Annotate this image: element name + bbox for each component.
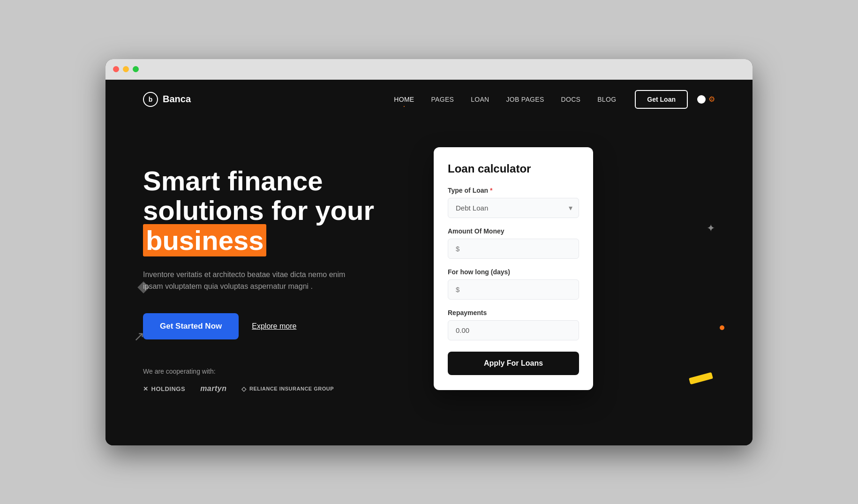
maximize-button[interactable] [133, 66, 139, 72]
browser-window: b Banca HOME PAGES LOAN JOB PAGES DOC [105, 59, 753, 445]
logo: b Banca [143, 92, 191, 107]
nav-link-blog[interactable]: BLOG [597, 96, 616, 103]
nav-item-pages[interactable]: PAGES [431, 95, 454, 104]
duration-input[interactable] [448, 279, 579, 300]
loan-type-select[interactable]: Debt LoanPersonal LoanBusiness LoanMortg… [448, 198, 579, 218]
amount-group: Amount Of Money [448, 227, 579, 259]
yellow-stroke-decoration [689, 372, 713, 384]
apply-for-loans-button[interactable]: Apply For Loans [448, 352, 579, 375]
cooperating-label: We are cooperating with: [143, 368, 434, 375]
get-started-button[interactable]: Get Started Now [143, 313, 239, 339]
nav-link-loan[interactable]: LOAN [471, 96, 489, 103]
arrow-decoration: ↗ [134, 329, 144, 344]
amount-label: Amount Of Money [448, 227, 579, 235]
website-content: b Banca HOME PAGES LOAN JOB PAGES DOC [105, 80, 753, 445]
holdings-icon: ✕ [143, 385, 149, 392]
loan-type-select-wrapper: Debt LoanPersonal LoanBusiness LoanMortg… [448, 198, 579, 218]
required-star: * [490, 187, 492, 194]
nav-item-docs[interactable]: DOCS [561, 95, 581, 104]
nav-item-job-pages[interactable]: JOB PAGES [506, 95, 544, 104]
partner-reliance: ◇ RELIANCE INSURANCE GROUP [241, 385, 334, 392]
repayments-label: Repayments [448, 309, 579, 316]
amount-input[interactable] [448, 239, 579, 259]
loan-calculator-card: Loan calculator Type of Loan * Debt Loan… [434, 147, 593, 390]
hero-title-line2: solutions for your [143, 195, 374, 226]
orange-dot-decoration [720, 325, 724, 330]
partner-holdings: ✕ HOLDINGS [143, 385, 185, 392]
logo-icon: b [143, 92, 158, 107]
repayments-group: Repayments [448, 309, 579, 340]
logo-text: Banca [163, 94, 191, 105]
hero-title-line1: Smart finance [143, 165, 323, 196]
type-of-loan-group: Type of Loan * Debt LoanPersonal LoanBus… [448, 187, 579, 218]
nav-link-job-pages[interactable]: JOB PAGES [506, 96, 544, 103]
close-button[interactable] [113, 66, 119, 72]
navbar: b Banca HOME PAGES LOAN JOB PAGES DOC [105, 80, 753, 119]
hero-title-highlight: business [143, 224, 266, 256]
nav-link-pages[interactable]: PAGES [431, 96, 454, 103]
nav-link-home[interactable]: HOME [394, 96, 414, 103]
hero-content: Smart finance solutions for your busines… [143, 147, 434, 393]
nav-item-loan[interactable]: LOAN [471, 95, 489, 104]
explore-more-button[interactable]: Explore more [252, 322, 296, 331]
hero-title: Smart finance solutions for your busines… [143, 166, 434, 256]
partner-logos: ✕ HOLDINGS martyn ◇ RELIANCE INSURANCE G… [143, 384, 434, 393]
browser-titlebar [105, 59, 753, 80]
repayments-input[interactable] [448, 320, 579, 340]
duration-group: For how long (days) [448, 268, 579, 300]
nav-item-blog[interactable]: BLOG [597, 95, 616, 104]
nav-link-docs[interactable]: DOCS [561, 96, 581, 103]
hero-subtitle: Inventore veritatis et architecto beatae… [143, 269, 359, 293]
hero-section: ↗ ✦ Smart finance solutions for your bus… [105, 119, 753, 438]
reliance-icon: ◇ [241, 385, 247, 392]
spark-decoration: ✦ [707, 222, 715, 234]
get-loan-button[interactable]: Get Loan [635, 90, 688, 109]
toggle-circle-icon [697, 95, 706, 104]
nav-links: HOME PAGES LOAN JOB PAGES DOCS BLOG [394, 95, 616, 104]
hero-buttons: Get Started Now Explore more [143, 313, 434, 339]
partner-martyn: martyn [200, 384, 226, 393]
theme-toggle[interactable]: ⚙ [697, 95, 715, 104]
nav-item-home[interactable]: HOME [394, 95, 414, 104]
minimize-button[interactable] [123, 66, 129, 72]
type-of-loan-label: Type of Loan * [448, 187, 579, 194]
calculator-title: Loan calculator [448, 162, 579, 175]
gear-icon: ⚙ [708, 95, 715, 104]
duration-label: For how long (days) [448, 268, 579, 276]
